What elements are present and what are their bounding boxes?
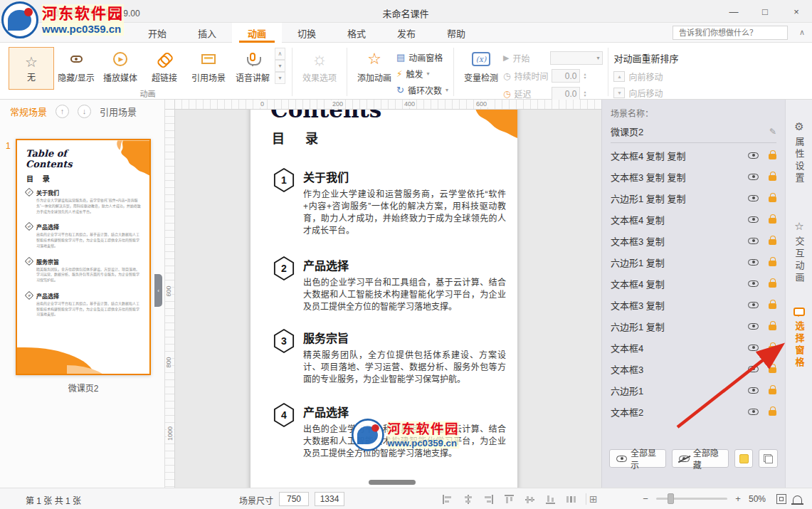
layer-lock-toggle[interactable] — [769, 175, 776, 181]
effect-options-button[interactable]: ☼ 效果选项 — [297, 47, 342, 83]
gallery-down-icon[interactable]: ▾ — [275, 60, 285, 72]
maximize-button[interactable]: □ — [749, 0, 781, 23]
layer-row[interactable]: 文本框2 — [611, 401, 776, 422]
note-button[interactable] — [734, 449, 754, 468]
align-bottom-icon[interactable] — [544, 493, 556, 505]
hyperlink-button[interactable]: 超链接 — [142, 47, 186, 83]
layer-visibility-toggle[interactable] — [748, 195, 759, 201]
layer-lock-toggle[interactable] — [769, 325, 776, 330]
grid-icon[interactable]: ⊞ — [589, 493, 598, 505]
minimize-button[interactable]: — — [718, 0, 749, 23]
align-top-icon[interactable] — [503, 493, 515, 505]
add-animation-button[interactable]: ☆ 添加动画 — [352, 47, 396, 83]
trigger-button[interactable]: ⚡ 触发 ▾ — [396, 68, 448, 80]
animation-pane-button[interactable]: ▤ 动画窗格 — [396, 51, 448, 63]
slide-item[interactable]: 3 服务宗旨 精英服务团队，全方位提供包括体系建设、方案设计、项目落地、学习运营… — [273, 329, 506, 386]
duration-stepper[interactable]: ▴▾ — [584, 73, 586, 80]
show-all-button[interactable]: 全部显示 — [609, 449, 666, 468]
align-right-icon[interactable] — [483, 493, 494, 505]
reference-scene-button[interactable]: 引用场景 — [186, 47, 231, 83]
slide-thumbnail[interactable]: Table of Contents 目 录 1 关于我们作为企业大学建设和运营服… — [16, 139, 151, 375]
layer-lock-toggle[interactable] — [769, 389, 776, 394]
layer-row[interactable]: 六边形1 — [611, 379, 776, 401]
close-button[interactable]: × — [781, 0, 812, 23]
voice-narration-button[interactable]: 语音讲解 — [231, 47, 275, 83]
delay-input[interactable]: 0.0 — [552, 87, 580, 100]
slide-item[interactable]: 2 产品选择 出色的企业学习平台和工具组合，基于云计算、结合大数据和人工智能技术… — [273, 256, 506, 313]
zoom-slider[interactable] — [656, 498, 727, 500]
collapse-ribbon-icon[interactable]: ∧ — [799, 28, 805, 37]
layer-visibility-toggle[interactable] — [748, 409, 759, 415]
slide-item[interactable]: 1 关于我们 作为企业大学建设和运营服务商，云学堂依托“软件+内容+咨询服务”一… — [273, 168, 506, 237]
layer-row[interactable]: 文本框3 复制 复制 — [611, 166, 776, 187]
tab-reference-scenes[interactable]: 引用场景 — [100, 105, 137, 118]
layer-row[interactable]: 文本框3 — [611, 358, 776, 379]
gallery-more-icon[interactable]: ▾ — [275, 72, 285, 84]
variable-check-button[interactable]: (x) 变量检测 — [459, 47, 503, 83]
layer-visibility-toggle[interactable] — [748, 366, 759, 372]
fit-screen-icon[interactable] — [776, 494, 786, 504]
align-center-h-icon[interactable] — [462, 493, 473, 505]
tab-home[interactable]: 开始 — [132, 23, 182, 43]
hide-all-button[interactable]: 全部隐藏 — [672, 449, 729, 468]
layer-visibility-toggle[interactable] — [748, 238, 759, 244]
layer-row[interactable]: 六边形1 复制 — [611, 251, 776, 273]
layer-lock-toggle[interactable] — [769, 154, 776, 159]
layer-visibility-toggle[interactable] — [748, 387, 759, 394]
layer-visibility-toggle[interactable] — [748, 174, 759, 180]
layer-visibility-toggle[interactable] — [748, 280, 759, 287]
tab-publish[interactable]: 发布 — [381, 23, 431, 43]
tab-selection-pane[interactable]: 选择窗格 — [786, 308, 812, 369]
layer-lock-toggle[interactable] — [769, 261, 776, 266]
layer-row[interactable]: 六边形1 复制 — [611, 315, 776, 337]
align-left-icon[interactable] — [441, 493, 453, 505]
layer-visibility-toggle[interactable] — [748, 152, 759, 159]
layer-lock-toggle[interactable] — [769, 218, 776, 224]
animation-none-item[interactable]: ☆ 无 — [9, 47, 54, 90]
move-scene-up-button[interactable]: ↑ — [56, 105, 69, 118]
edit-pencil-icon[interactable]: ✎ — [769, 127, 776, 137]
gallery-up-icon[interactable]: ∧ — [275, 48, 285, 60]
layer-lock-toggle[interactable] — [769, 346, 776, 352]
layer-row[interactable]: 文本框4 — [611, 337, 776, 358]
layer-lock-toggle[interactable] — [769, 282, 776, 288]
layer-lock-toggle[interactable] — [769, 303, 776, 309]
tab-help[interactable]: 帮助 — [431, 23, 481, 43]
slide-item[interactable]: 4 产品选择 出色的企业学习平台和工具组合，基于云计算、结合大数据和人工智能技术… — [273, 403, 506, 460]
play-media-button[interactable]: ▶ 播放媒体 — [98, 47, 142, 83]
collapse-panel-handle[interactable]: ‹ — [154, 274, 162, 307]
tab-animation[interactable]: 动画 — [232, 23, 282, 43]
layer-row[interactable]: 文本框4 复制 — [611, 273, 776, 294]
move-backward-button[interactable]: ▼ 向后移动 — [613, 87, 678, 99]
layer-row[interactable]: 文本框3 复制 — [611, 294, 776, 315]
layer-lock-toggle[interactable] — [769, 196, 776, 202]
layer-lock-toggle[interactable] — [769, 239, 776, 245]
move-forward-button[interactable]: ▲ 向前移动 — [613, 70, 678, 83]
hide-show-button[interactable]: 隐藏/显示 — [54, 47, 98, 83]
tab-interaction-animation[interactable]: ☆ 交互动画 — [786, 221, 812, 285]
search-input[interactable] — [673, 26, 788, 40]
canvas[interactable]: Contents 目 录 1 关于我们 作为企业大学建设和运营服务商，云学堂依托… — [165, 100, 601, 488]
layer-row[interactable]: 文本框4 复制 — [611, 209, 776, 230]
zoom-in-button[interactable]: + — [734, 493, 742, 504]
align-middle-v-icon[interactable] — [524, 493, 535, 505]
delay-stepper[interactable]: ▴▾ — [584, 90, 586, 98]
tab-properties[interactable]: ⚙ 属性设置 — [786, 121, 812, 185]
notification-bell-icon[interactable] — [793, 495, 802, 503]
copy-button[interactable] — [759, 449, 778, 468]
layer-row[interactable]: 文本框4 复制 复制 — [611, 145, 776, 166]
layer-visibility-toggle[interactable] — [748, 302, 759, 308]
slide-editor[interactable]: Contents 目 录 1 关于我们 作为企业大学建设和运营服务商，云学堂依托… — [251, 100, 517, 488]
layer-row[interactable]: 文本框3 复制 — [611, 230, 776, 251]
zoom-out-button[interactable]: − — [641, 493, 650, 504]
layer-lock-toggle[interactable] — [769, 410, 776, 416]
scene-name-value[interactable]: 微课页2 — [611, 125, 769, 138]
layer-visibility-toggle[interactable] — [748, 216, 759, 223]
slide-subtitle[interactable]: 目 录 — [272, 128, 327, 147]
loop-count-button[interactable]: ↻ 循环次数 ▾ — [396, 84, 448, 96]
layer-lock-toggle[interactable] — [769, 367, 776, 373]
distribute-h-icon[interactable] — [565, 493, 576, 505]
tab-format[interactable]: 格式 — [332, 23, 381, 43]
layer-visibility-toggle[interactable] — [748, 259, 759, 266]
move-scene-down-button[interactable]: ↓ — [78, 105, 91, 118]
